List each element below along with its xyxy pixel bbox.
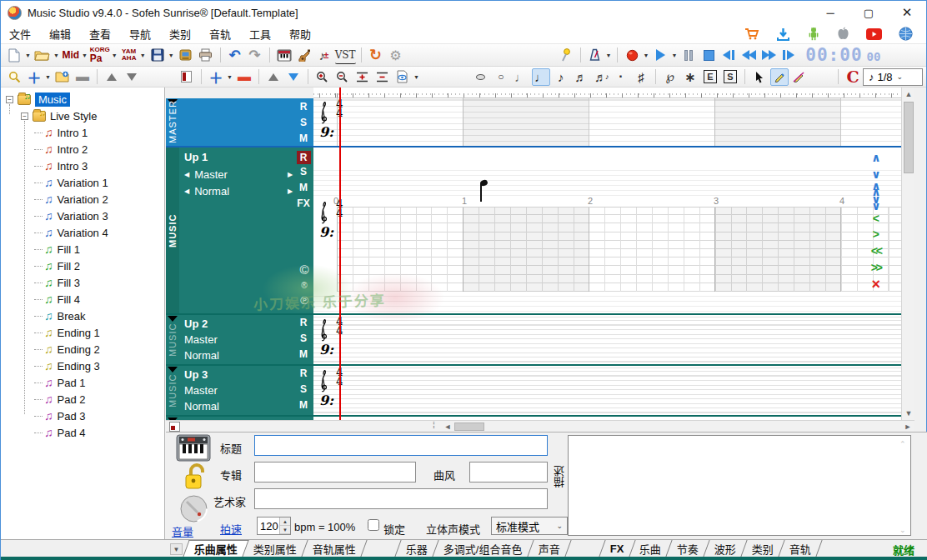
yamaha-button[interactable]: YAMAHA xyxy=(120,47,138,64)
menu-item-5[interactable]: 类别 xyxy=(169,26,191,42)
save-button[interactable] xyxy=(148,47,167,64)
tree-item[interactable]: ♫Variation 2 xyxy=(1,191,164,208)
add-category-button[interactable]: ＋ xyxy=(25,68,43,86)
tree-item[interactable]: ♫Variation 1 xyxy=(1,174,164,191)
piano-keyboard-button[interactable] xyxy=(275,47,293,64)
tree-item[interactable]: ♫Pad 2 xyxy=(1,391,164,408)
quarter-note[interactable] xyxy=(479,179,489,202)
new-file-dropdown[interactable]: ▼ xyxy=(25,52,31,58)
fast-forward-button[interactable] xyxy=(759,47,778,64)
stop-button[interactable] xyxy=(699,47,718,64)
track-up3-header[interactable]: MUSIC Up 3 Master Normal R S M xyxy=(166,366,313,415)
play-button[interactable] xyxy=(651,47,669,64)
tempo-down-icon[interactable]: ▼ xyxy=(280,526,290,534)
metronome-button[interactable] xyxy=(586,47,604,64)
master-track-header[interactable]: MASTER R S M xyxy=(166,98,313,146)
half-note-button[interactable]: ♩ xyxy=(512,68,530,86)
track-up2-master-link[interactable]: Master xyxy=(184,333,218,346)
collapse-rows-button[interactable] xyxy=(373,68,392,86)
tempo-spinner[interactable]: ▲▼ xyxy=(257,517,291,535)
up2-record-button[interactable]: R xyxy=(295,317,312,332)
horizontal-scroll-thumb[interactable] xyxy=(454,422,484,431)
new-file-button[interactable] xyxy=(5,47,23,64)
stereo-mode-select[interactable]: 标准模式⌄ xyxy=(491,517,568,535)
delete-icon[interactable]: × xyxy=(872,277,881,292)
metronome-dropdown[interactable]: ▼ xyxy=(606,52,612,58)
eighth-note-button[interactable]: ♪ xyxy=(552,68,570,86)
timeline-ruler[interactable] xyxy=(313,88,901,98)
move-up-button[interactable] xyxy=(103,68,121,86)
collapse-box-icon[interactable]: − xyxy=(6,96,13,103)
tempo-link[interactable]: 拍速 xyxy=(220,521,242,537)
step-mode-button[interactable]: S xyxy=(721,68,739,86)
tempo-up-icon[interactable]: ▲ xyxy=(280,518,290,526)
save-dropdown[interactable]: ▼ xyxy=(168,52,174,58)
next-measure-button[interactable] xyxy=(779,47,798,64)
shift-far-right-icon[interactable]: >> xyxy=(871,260,881,276)
quarter-note-button[interactable]: ♩ xyxy=(532,68,550,86)
up2-solo-button[interactable]: S xyxy=(295,332,312,348)
tree-item[interactable]: ♫Fill 2 xyxy=(1,258,164,274)
view-options-dropdown[interactable]: ▼ xyxy=(413,74,419,80)
menu-item-7[interactable]: 工具 xyxy=(249,26,271,42)
scroll-up-icon[interactable]: ⌃ xyxy=(899,440,906,448)
redo-button[interactable]: ↷ xyxy=(246,47,264,64)
thirtysecond-note-button[interactable]: ♬♪ xyxy=(592,68,610,86)
move-down-button[interactable] xyxy=(123,68,141,86)
cursor-tool-button[interactable] xyxy=(750,68,769,86)
tree-group-live-style[interactable]: − ♫ Live Style xyxy=(1,108,164,124)
tree-item[interactable]: ♫Fill 3 xyxy=(1,274,164,291)
download-icon[interactable] xyxy=(776,28,790,41)
tempo-lock-checkbox[interactable] xyxy=(368,519,379,531)
tab-4[interactable]: 乐器 xyxy=(394,540,438,557)
master-track-lane[interactable] xyxy=(313,98,901,146)
shift-left-icon[interactable]: < xyxy=(873,211,879,227)
previous-measure-button[interactable] xyxy=(719,47,738,64)
remove-track-button[interactable]: ▬ xyxy=(235,68,253,86)
pause-button[interactable] xyxy=(679,47,698,64)
tree-item[interactable]: ♫Ending 3 xyxy=(1,358,164,374)
menu-item-3[interactable]: 查看 xyxy=(89,26,111,42)
maximize-button[interactable]: ▢ xyxy=(849,1,888,24)
tree-item[interactable]: ♫Ending 1 xyxy=(1,324,164,341)
zoom-in-button[interactable] xyxy=(313,68,332,86)
sharp-button[interactable]: ♯ xyxy=(632,68,650,86)
sixteenth-note-button[interactable]: ♬ xyxy=(572,68,590,86)
track-up-button[interactable] xyxy=(264,68,283,86)
tree-item[interactable]: ♫Pad 3 xyxy=(1,408,164,424)
dotted-note-button[interactable]: · xyxy=(612,68,630,86)
tree-item[interactable]: ♫Variation 3 xyxy=(1,208,164,224)
menu-item-1[interactable]: 文件 xyxy=(9,26,31,42)
tab-6[interactable]: 声音 xyxy=(528,540,571,557)
track-up3-master-link[interactable]: Master xyxy=(184,384,218,397)
up1-mute-button[interactable]: M xyxy=(295,182,312,198)
eraser-tool-button[interactable] xyxy=(790,68,809,86)
up3-mute-button[interactable]: M xyxy=(295,399,312,415)
up2-mute-button[interactable]: M xyxy=(295,348,312,364)
tree-item[interactable]: ♫Pad 4 xyxy=(1,424,164,441)
snap-magnet-icon[interactable]: C xyxy=(844,68,862,86)
open-file-button[interactable] xyxy=(33,47,52,64)
move-note-up-icon[interactable]: ∧ xyxy=(871,150,880,166)
store-cart-icon[interactable] xyxy=(744,28,759,41)
track-up3-normal-link[interactable]: Normal xyxy=(184,400,219,412)
master-solo-button[interactable]: S xyxy=(295,117,312,132)
phonogram-button[interactable]: ℗ xyxy=(298,294,311,307)
tree-item[interactable]: ♫Intro 3 xyxy=(1,158,164,174)
tree-root-music[interactable]: − ♫ Music xyxy=(1,91,164,108)
menu-item-2[interactable]: 编辑 xyxy=(49,26,71,42)
menu-item-6[interactable]: 音轨 xyxy=(209,26,231,42)
marker-button[interactable] xyxy=(178,68,196,86)
track-up3-lane[interactable] xyxy=(313,366,901,415)
view-options-button[interactable] xyxy=(393,68,412,86)
transpose-note-button[interactable]: ♪± xyxy=(315,47,333,64)
whole-note-button[interactable]: ○ xyxy=(492,68,510,86)
snap-value-dropdown[interactable]: ♪1/8⌄ xyxy=(863,68,923,86)
rewind-button[interactable] xyxy=(739,47,758,64)
menu-item-8[interactable]: 帮助 xyxy=(289,26,311,42)
tab-1[interactable]: 乐曲属性 xyxy=(183,540,248,557)
track-down-button[interactable] xyxy=(284,68,303,86)
tempo-input[interactable] xyxy=(258,518,279,534)
guitar-button[interactable] xyxy=(295,47,313,64)
volume-link[interactable]: 音量 xyxy=(172,523,193,539)
